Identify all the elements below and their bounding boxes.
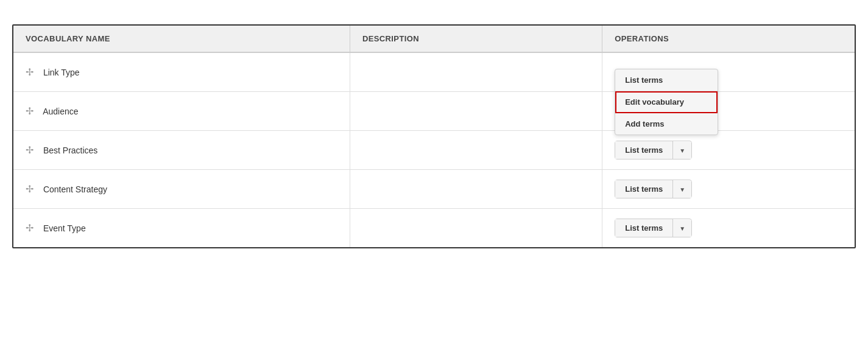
btn-dropdown-event-type[interactable] [673, 220, 691, 237]
drag-handle[interactable]: ✢ [26, 222, 34, 234]
drag-handle[interactable]: ✢ [26, 144, 34, 156]
btn-list-terms-event-type[interactable]: List terms [615, 219, 673, 237]
vocab-name-label: Content Strategy [43, 184, 107, 194]
dropdown-menu-link-type: List termsEdit vocabularyAdd terms [615, 69, 718, 135]
table-row: ✢ Event Type List terms [13, 209, 855, 248]
table-row: ✢ Content Strategy List terms [13, 170, 855, 209]
row-ops-cell-event-type: List terms [602, 209, 855, 248]
btn-dropdown-content-strategy[interactable] [673, 181, 691, 198]
row-desc-cell-audience [350, 92, 602, 131]
col-header-description: DESCRIPTION [350, 26, 602, 52]
drag-handle[interactable]: ✢ [26, 105, 34, 117]
table-header-row: VOCABULARY NAME DESCRIPTION OPERATIONS [13, 26, 855, 52]
row-ops-cell-best-practices: List terms [602, 131, 855, 170]
vocab-name-label: Link Type [43, 68, 80, 77]
row-name-cell-event-type: ✢ Event Type [13, 209, 350, 248]
vocabulary-table-container: VOCABULARY NAME DESCRIPTION OPERATIONS ✢… [12, 24, 856, 248]
table-row: ✢ Best Practices List terms [13, 131, 855, 170]
dropdown-list-terms[interactable]: List terms [615, 69, 718, 91]
row-name-cell-link-type: ✢ Link Type [13, 52, 350, 92]
row-desc-cell-best-practices [350, 131, 602, 170]
btn-group-best-practices: List terms [615, 141, 692, 159]
col-header-operations: OPERATIONS [602, 26, 855, 52]
arrow-down-icon [679, 224, 685, 233]
btn-list-terms-best-practices[interactable]: List terms [615, 141, 673, 159]
vocab-name-label: Audience [43, 107, 78, 116]
dropdown-item-add-terms[interactable]: Add terms [615, 113, 718, 135]
row-name-cell-best-practices: ✢ Best Practices [13, 131, 350, 170]
dropdown-item-edit-vocabulary[interactable]: Edit vocabulary [615, 91, 718, 113]
row-desc-cell-link-type [350, 52, 602, 92]
vocab-name-label: Event Type [43, 223, 86, 233]
col-header-vocab-name: VOCABULARY NAME [13, 26, 350, 52]
row-ops-cell-link-type: List terms List termsEdit vocabularyAdd … [602, 52, 855, 92]
vocabulary-table: VOCABULARY NAME DESCRIPTION OPERATIONS ✢… [13, 26, 855, 247]
btn-group-content-strategy: List terms [615, 180, 692, 198]
btn-group-event-type: List terms [615, 219, 692, 237]
table-row: ✢ Audience List terms [13, 92, 855, 131]
row-name-cell-audience: ✢ Audience [13, 92, 350, 131]
page-wrapper: VOCABULARY NAME DESCRIPTION OPERATIONS ✢… [0, 0, 868, 261]
drag-handle[interactable]: ✢ [26, 183, 34, 195]
arrow-down-icon [679, 185, 685, 194]
drag-handle[interactable]: ✢ [26, 66, 34, 78]
row-name-cell-content-strategy: ✢ Content Strategy [13, 170, 350, 209]
row-desc-cell-content-strategy [350, 170, 602, 209]
vocab-name-label: Best Practices [43, 145, 97, 155]
arrow-down-icon [679, 146, 685, 155]
row-desc-cell-event-type [350, 209, 602, 248]
ops-container-link-type: List terms List termsEdit vocabularyAdd … [615, 63, 692, 82]
btn-dropdown-best-practices[interactable] [673, 142, 691, 159]
row-ops-cell-content-strategy: List terms [602, 170, 855, 209]
table-row: ✢ Link Type List terms List termsEdit vo… [13, 52, 855, 92]
btn-list-terms-content-strategy[interactable]: List terms [615, 180, 673, 198]
